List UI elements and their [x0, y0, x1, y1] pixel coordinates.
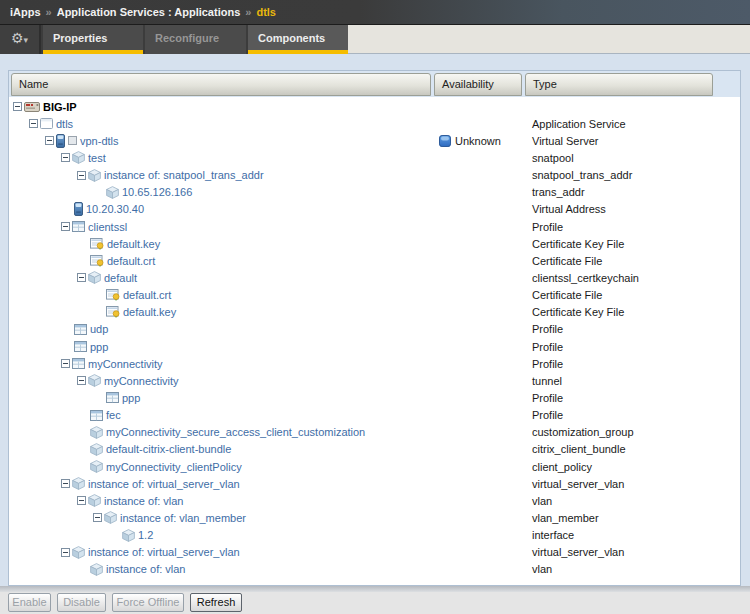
- tree-row: default.keyCertificate Key File: [9, 235, 740, 252]
- tab-label: Properties: [53, 32, 107, 44]
- type-cell: Application Service: [524, 118, 740, 130]
- tree-item-label[interactable]: default.crt: [123, 289, 171, 301]
- tree-item-label[interactable]: clientssl: [88, 221, 127, 233]
- type-cell: snatpool_trans_addr: [524, 169, 740, 181]
- tree-item-label[interactable]: 10.20.30.40: [86, 203, 144, 215]
- tree-row: myConnectivitytunnel: [9, 372, 740, 389]
- collapse-icon[interactable]: [93, 513, 102, 522]
- type-cell: customization_group: [524, 426, 740, 438]
- tree-name-cell: myConnectivity: [9, 358, 433, 370]
- tree-row: instance of: vlanvlan: [9, 561, 740, 578]
- type-cell: Certificate File: [524, 289, 740, 301]
- refresh-button[interactable]: Refresh: [190, 593, 242, 612]
- tab-components[interactable]: Components: [248, 25, 348, 54]
- tree-item-label[interactable]: vpn-dtls: [80, 135, 119, 147]
- tree-item-label[interactable]: fec: [106, 409, 121, 421]
- collapse-icon[interactable]: [61, 222, 70, 231]
- column-header-type[interactable]: Type: [525, 73, 713, 96]
- tab-properties[interactable]: Properties: [43, 25, 143, 54]
- component-checkbox[interactable]: [68, 136, 77, 145]
- profile-icon: [72, 358, 85, 369]
- tree-row: testsnatpool: [9, 149, 740, 166]
- tree-item-label[interactable]: udp: [90, 323, 108, 335]
- tree-item-label[interactable]: instance of: virtual_server_vlan: [88, 546, 240, 558]
- collapse-icon[interactable]: [45, 136, 54, 145]
- tree-name-cell: dtls: [9, 118, 433, 130]
- profile-icon: [106, 392, 119, 403]
- tree-name-cell: myConnectivity: [9, 374, 433, 387]
- tree-item-label[interactable]: dtls: [56, 118, 73, 130]
- type-cell: vlan: [524, 495, 740, 507]
- type-cell: tunnel: [524, 375, 740, 387]
- tree-item-label[interactable]: instance of: vlan: [104, 495, 184, 507]
- certificate-icon: [90, 255, 104, 267]
- tree-item-label[interactable]: instance of: vlan_member: [120, 512, 246, 524]
- tab-bar: ⚙▾ Properties Reconfigure Components: [0, 25, 750, 54]
- tree-row: BIG-IP: [9, 98, 740, 115]
- tree-row: default.crtCertificate File: [9, 252, 740, 269]
- enable-button[interactable]: Enable: [8, 593, 51, 612]
- tree-name-cell: default.key: [9, 238, 433, 250]
- tree-name-cell: default.crt: [9, 289, 433, 301]
- collapse-icon[interactable]: [61, 548, 70, 557]
- tree-item-label[interactable]: default: [104, 272, 137, 284]
- profile-icon: [90, 410, 103, 421]
- tree-row: default.crtCertificate File: [9, 287, 740, 304]
- breadcrumb-root[interactable]: iApps: [10, 6, 41, 18]
- collapse-icon[interactable]: [13, 102, 22, 111]
- tree-item-label[interactable]: default.key: [123, 306, 176, 318]
- cube-icon: [106, 186, 119, 199]
- collapse-icon[interactable]: [61, 479, 70, 488]
- tree-name-cell: 10.20.30.40: [9, 202, 433, 216]
- tree-name-cell: vpn-dtls: [9, 134, 433, 148]
- force-offline-button[interactable]: Force Offline: [112, 593, 184, 612]
- gear-icon: ⚙: [11, 30, 24, 46]
- tree-item-label[interactable]: myConnectivity_secure_access_client_cust…: [106, 426, 365, 438]
- tree-row: clientsslProfile: [9, 218, 740, 235]
- column-header-availability[interactable]: Availability: [434, 73, 522, 96]
- tree-item-label[interactable]: instance of: snatpool_trans_addr: [104, 169, 264, 181]
- collapse-icon[interactable]: [61, 153, 70, 162]
- tree-item-label[interactable]: default.key: [107, 238, 160, 250]
- tree-item-label[interactable]: test: [88, 152, 106, 164]
- gear-menu-button[interactable]: ⚙▾: [0, 25, 41, 54]
- collapse-icon[interactable]: [29, 119, 38, 128]
- tree-row: pppProfile: [9, 338, 740, 355]
- tree-name-cell: default.key: [9, 306, 433, 318]
- tree-item-label[interactable]: instance of: vlan: [106, 563, 186, 575]
- tree-item-label[interactable]: BIG-IP: [43, 101, 77, 113]
- tree-name-cell: myConnectivity_clientPolicy: [9, 460, 433, 473]
- disable-button[interactable]: Disable: [57, 593, 106, 612]
- tree-name-cell: myConnectivity_secure_access_client_cust…: [9, 426, 433, 439]
- collapse-icon[interactable]: [77, 273, 86, 282]
- type-cell: Certificate Key File: [524, 238, 740, 250]
- tree-item-label[interactable]: 1.2: [138, 529, 153, 541]
- collapse-icon[interactable]: [61, 359, 70, 368]
- breadcrumb-separator: »: [240, 6, 256, 18]
- type-cell: virtual_server_vlan: [524, 546, 740, 558]
- type-cell: citrix_client_bundle: [524, 443, 740, 455]
- certificate-icon: [106, 306, 120, 318]
- tree-item-label[interactable]: default.crt: [107, 255, 155, 267]
- tree-item-label[interactable]: default-citrix-client-bundle: [106, 443, 231, 455]
- tree-item-label[interactable]: instance of: virtual_server_vlan: [88, 478, 240, 490]
- tree-item-label[interactable]: myConnectivity_clientPolicy: [106, 461, 242, 473]
- tree-item-label[interactable]: ppp: [122, 392, 140, 404]
- breadcrumb-section[interactable]: Application Services : Applications: [57, 6, 241, 18]
- type-cell: Virtual Address: [524, 203, 740, 215]
- collapse-icon[interactable]: [77, 171, 86, 180]
- column-header-name[interactable]: Name: [11, 73, 431, 96]
- tree-row: udpProfile: [9, 321, 740, 338]
- collapse-icon[interactable]: [77, 496, 86, 505]
- tree-item-label[interactable]: myConnectivity: [88, 358, 163, 370]
- tree-item-label[interactable]: ppp: [90, 341, 108, 353]
- tree-item-label[interactable]: myConnectivity: [104, 375, 179, 387]
- components-table: Name Availability Type BIG-IPdtlsApplica…: [8, 70, 741, 586]
- tree-row: instance of: virtual_server_vlanvirtual_…: [9, 475, 740, 492]
- tree-name-cell: instance of: vlan: [9, 563, 433, 576]
- collapse-icon[interactable]: [77, 376, 86, 385]
- cube-icon: [122, 529, 135, 542]
- cube-icon: [90, 426, 103, 439]
- tree-name-cell: 1.2: [9, 529, 433, 542]
- tree-item-label[interactable]: 10.65.126.166: [122, 186, 192, 198]
